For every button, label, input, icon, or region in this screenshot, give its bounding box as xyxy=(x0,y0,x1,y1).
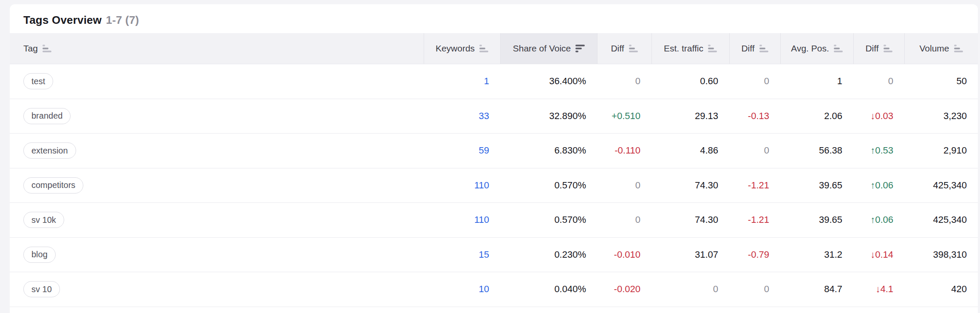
column-header-sov[interactable]: Share of Voice xyxy=(500,33,597,64)
tag-pill[interactable]: competitors xyxy=(23,177,83,193)
sort-desc-active-icon xyxy=(575,45,585,52)
cell-keywords: 110 xyxy=(424,214,500,225)
tag-pill[interactable]: blog xyxy=(23,247,56,263)
cell-diff1: -0.010 xyxy=(597,249,651,260)
card-header: Tags Overview1-7 (7) xyxy=(10,4,978,33)
column-header-label: Share of Voice xyxy=(513,43,571,54)
column-header-label: Est. traffic xyxy=(664,43,703,54)
cell-avgpos: 39.65 xyxy=(780,180,853,191)
cell-traffic: 0.60 xyxy=(651,76,729,87)
table-row: branded 3332.890%+0.51029.13-0.132.06↓0.… xyxy=(10,99,978,134)
cell-traffic: 31.07 xyxy=(651,249,729,260)
tag-pill-label: blog xyxy=(31,250,48,259)
cell-diff2: -1.21 xyxy=(729,180,780,191)
column-header-traffic[interactable]: Est. traffic xyxy=(651,33,729,64)
cell-traffic: 0 xyxy=(651,284,729,295)
tag-pill-label: competitors xyxy=(31,180,75,190)
table-row: competitors 1100.570%074.30-1.2139.65↑0.… xyxy=(10,168,978,203)
cell-diff3: ↓4.1 xyxy=(853,284,904,295)
sort-icon xyxy=(42,45,52,52)
cell-diff1: -0.110 xyxy=(597,145,651,156)
cell-volume: 50 xyxy=(904,76,978,87)
column-header-label: Diff xyxy=(741,43,754,54)
title-range-count: 1-7 (7) xyxy=(106,14,139,26)
cell-volume: 420 xyxy=(904,284,978,295)
cell-diff3: ↑0.06 xyxy=(853,180,904,191)
column-header-label: Diff xyxy=(865,43,878,54)
table-row: blog 150.230%-0.01031.07-0.7931.2↓0.1439… xyxy=(10,238,978,273)
cell-diff1: 0 xyxy=(597,180,651,191)
column-header-label: Volume xyxy=(919,43,949,54)
table-row: extension 596.830%-0.1104.86056.38↑0.532… xyxy=(10,134,978,168)
cell-diff1: 0 xyxy=(597,76,651,87)
cell-tag: test xyxy=(10,73,424,89)
sort-icon xyxy=(708,45,717,52)
cell-keywords: 15 xyxy=(424,249,500,260)
tag-pill[interactable]: sv 10k xyxy=(23,212,64,228)
table-row: test 136.400%00.6001050 xyxy=(10,64,978,99)
column-header-diff3[interactable]: Diff xyxy=(853,33,904,64)
cell-sov: 0.570% xyxy=(500,214,597,225)
cell-volume: 398,310 xyxy=(904,249,978,260)
column-header-diff2[interactable]: Diff xyxy=(729,33,780,64)
table-row: sv 10k 1100.570%074.30-1.2139.65↑0.06425… xyxy=(10,203,978,238)
cell-tag: extension xyxy=(10,142,424,159)
tag-pill[interactable]: sv 10 xyxy=(23,281,60,297)
cell-avgpos: 56.38 xyxy=(780,145,853,156)
cell-avgpos: 84.7 xyxy=(780,284,853,295)
tag-pill[interactable]: branded xyxy=(23,108,71,124)
keywords-link[interactable]: 10 xyxy=(479,284,489,294)
cell-diff3: ↑0.06 xyxy=(853,214,904,225)
cell-keywords: 110 xyxy=(424,180,500,191)
tag-pill[interactable]: extension xyxy=(23,142,76,159)
tag-pill-label: branded xyxy=(31,111,62,121)
cell-tag: blog xyxy=(10,247,424,263)
cell-tag: competitors xyxy=(10,177,424,193)
cell-diff2: -0.79 xyxy=(729,249,780,260)
column-header-avgpos[interactable]: Avg. Pos. xyxy=(780,33,853,64)
column-header-volume[interactable]: Volume xyxy=(904,33,978,64)
cell-avgpos: 39.65 xyxy=(780,214,853,225)
keywords-link[interactable]: 15 xyxy=(479,249,489,260)
tag-pill-label: extension xyxy=(31,146,68,156)
cell-keywords: 10 xyxy=(424,284,500,295)
tag-pill[interactable]: test xyxy=(23,73,53,89)
table-body: test 136.400%00.6001050 branded 3332.890… xyxy=(10,64,978,307)
cell-diff1: 0 xyxy=(597,214,651,225)
tag-pill-label: sv 10 xyxy=(31,285,52,294)
cell-traffic: 74.30 xyxy=(651,180,729,191)
sort-icon xyxy=(834,45,843,52)
column-header-label: Keywords xyxy=(436,43,475,54)
cell-keywords: 59 xyxy=(424,145,500,156)
sort-icon xyxy=(884,45,893,52)
column-header-label: Diff xyxy=(611,43,624,54)
cell-sov: 32.890% xyxy=(500,111,597,122)
keywords-link[interactable]: 59 xyxy=(479,145,489,156)
sort-icon xyxy=(954,45,963,52)
cell-traffic: 74.30 xyxy=(651,214,729,225)
cell-diff3: ↓0.03 xyxy=(853,111,904,122)
keywords-link[interactable]: 33 xyxy=(479,111,489,121)
tag-pill-label: sv 10k xyxy=(31,215,56,225)
cell-diff1: -0.020 xyxy=(597,284,651,295)
cell-diff2: 0 xyxy=(729,76,780,87)
cell-sov: 0.040% xyxy=(500,284,597,295)
cell-diff3: ↓0.14 xyxy=(853,249,904,260)
cell-avgpos: 31.2 xyxy=(780,249,853,260)
column-header-keywords[interactable]: Keywords xyxy=(424,33,500,64)
cell-keywords: 33 xyxy=(424,111,500,122)
column-header-tag[interactable]: Tag xyxy=(10,33,424,64)
cell-volume: 3,230 xyxy=(904,111,978,122)
column-header-diff1[interactable]: Diff xyxy=(597,33,651,64)
cell-tag: sv 10 xyxy=(10,281,424,297)
page-title: Tags Overview1-7 (7) xyxy=(23,14,139,27)
cell-volume: 425,340 xyxy=(904,180,978,191)
cell-diff3: 0 xyxy=(853,76,904,87)
keywords-link[interactable]: 110 xyxy=(474,214,489,225)
cell-diff2: 0 xyxy=(729,145,780,156)
cell-diff3: ↑0.53 xyxy=(853,145,904,156)
keywords-link[interactable]: 1 xyxy=(484,76,489,86)
cell-diff1: +0.510 xyxy=(597,111,651,122)
table-row: sv 10 100.040%-0.0200084.7↓4.1420 xyxy=(10,272,978,307)
keywords-link[interactable]: 110 xyxy=(474,180,489,191)
